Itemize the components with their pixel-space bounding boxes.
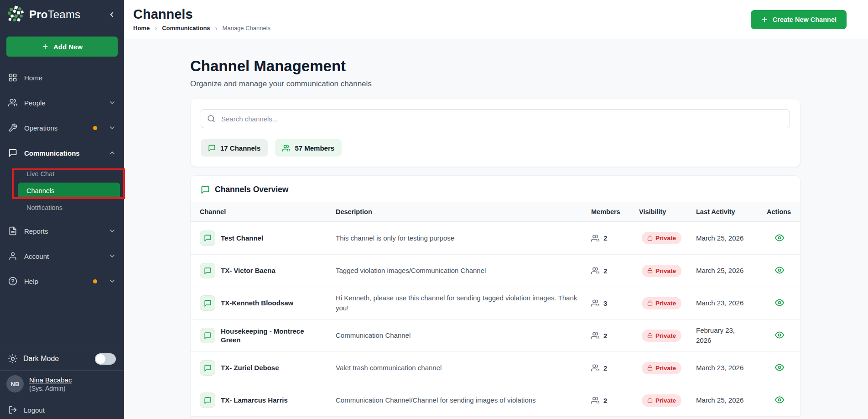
wrench-icon — [8, 123, 17, 132]
chat-bubble-icon — [8, 148, 17, 157]
view-channel-button[interactable] — [774, 297, 785, 308]
search-icon — [207, 115, 215, 123]
channel-name: Test Channel — [221, 234, 263, 243]
chevron-up-icon — [109, 149, 116, 157]
channel-icon — [200, 263, 215, 278]
content-area: Channel Management Organize and manage y… — [124, 39, 868, 417]
column-header-last-activity: Last Activity — [696, 208, 767, 215]
visibility-badge: Private — [642, 265, 681, 277]
sidebar-item-operations[interactable]: Operations — [0, 118, 124, 138]
search-card: 17 Channels 57 Members — [190, 99, 800, 167]
view-channel-button[interactable] — [774, 362, 785, 373]
last-activity: March 25, 2026 — [696, 233, 747, 243]
proteams-logo-icon — [7, 5, 26, 24]
channels-overview-card: Channels Overview Channel Description Me… — [190, 175, 800, 417]
member-count: 2 — [591, 267, 639, 275]
column-header-members: Members — [591, 208, 639, 215]
people-icon — [591, 396, 599, 404]
logo-wordmark[interactable]: ProTeams — [29, 8, 106, 21]
view-channel-button[interactable] — [774, 265, 785, 276]
people-icon — [282, 144, 290, 152]
notification-dot — [93, 126, 97, 130]
chevron-down-icon — [109, 227, 116, 235]
channel-name: TX- Victor Baena — [221, 266, 275, 275]
column-header-actions: Actions — [767, 208, 800, 215]
sidebar-item-channels[interactable]: Channels — [18, 183, 120, 199]
user-icon — [8, 251, 17, 261]
lock-icon — [647, 398, 653, 403]
last-activity: March 25, 2026 — [696, 266, 747, 276]
document-icon — [8, 226, 17, 236]
table-row: TX- Lamarcus Harris Communication Channe… — [191, 384, 800, 416]
table-header: Channel Description Members Visibility L… — [191, 202, 800, 222]
sidebar-item-help[interactable]: Help — [0, 271, 124, 291]
lock-icon — [647, 365, 653, 371]
chat-bubble-icon — [204, 397, 212, 404]
channel-name: TX-Kenneth Bloodsaw — [221, 299, 293, 308]
eye-icon — [775, 266, 784, 275]
sidebar-item-live-chat[interactable]: Live Chat — [18, 166, 120, 182]
logout-button[interactable]: Logout — [0, 401, 124, 419]
channels-table-body: Test Channel This channel is only for te… — [191, 222, 800, 416]
eye-icon — [775, 363, 784, 372]
dark-mode-toggle[interactable] — [95, 353, 116, 365]
breadcrumb-home[interactable]: Home — [133, 25, 150, 31]
chevron-down-icon — [109, 252, 116, 260]
breadcrumb-communications[interactable]: Communications — [162, 25, 210, 31]
plus-icon — [761, 16, 768, 23]
lock-icon — [647, 268, 653, 273]
breadcrumb-current: Manage Channels — [223, 25, 271, 31]
section-title: Channel Management — [190, 58, 800, 75]
chevron-right-icon: › — [155, 24, 157, 32]
search-input[interactable] — [201, 109, 790, 128]
chevron-down-icon — [109, 99, 116, 106]
eye-icon — [775, 298, 784, 307]
chat-bubble-icon — [201, 185, 210, 194]
avatar: NB — [6, 375, 24, 393]
last-activity: March 25, 2026 — [696, 395, 747, 405]
eye-icon — [775, 330, 784, 340]
view-channel-button[interactable] — [774, 330, 785, 340]
dark-mode-row: Dark Mode — [0, 347, 124, 370]
user-profile: NB Nina Bacabac (Sys. Admin) — [0, 371, 124, 397]
channel-icon — [200, 360, 215, 376]
sidebar-nav: Home People Operations Communications Li… — [0, 68, 124, 296]
chat-bubble-icon — [204, 267, 212, 275]
sidebar-item-people[interactable]: People — [0, 93, 124, 113]
member-count: 2 — [591, 396, 639, 404]
channel-name: Housekeeping - Montrece Green — [221, 327, 325, 345]
section-subtitle: Organize and manage your communication c… — [190, 79, 800, 89]
channel-name: TX- Zuriel Debose — [221, 363, 279, 372]
sidebar-item-account[interactable]: Account — [0, 246, 124, 266]
sidebar-item-notifications[interactable]: Notifications — [18, 200, 120, 215]
add-new-button[interactable]: Add New — [6, 37, 118, 57]
sidebar-item-home[interactable]: Home — [0, 68, 124, 88]
last-activity: March 23, 2026 — [696, 298, 747, 308]
member-count: 2 — [591, 364, 639, 372]
view-channel-button[interactable] — [774, 394, 785, 405]
help-circle-icon — [8, 277, 17, 286]
channel-description: This channel is only for testing purpose — [336, 233, 591, 243]
sidebar-item-communications[interactable]: Communications — [0, 143, 124, 163]
visibility-badge: Private — [642, 330, 681, 342]
overview-title: Channels Overview — [215, 185, 288, 194]
visibility-badge: Private — [642, 362, 681, 374]
eye-icon — [775, 233, 784, 242]
column-header-description: Description — [336, 208, 591, 215]
last-activity: March 23, 2026 — [696, 363, 747, 373]
table-row: TX-Kenneth Bloodsaw Hi Kenneth, please u… — [191, 287, 800, 319]
collapse-sidebar-button[interactable] — [106, 9, 118, 21]
view-channel-button[interactable] — [774, 232, 785, 243]
lock-icon — [647, 300, 653, 306]
visibility-badge: Private — [642, 394, 681, 407]
sidebar-item-reports[interactable]: Reports — [0, 221, 124, 241]
create-new-channel-button[interactable]: Create New Channel — [751, 10, 847, 29]
stats-row: 17 Channels 57 Members — [201, 139, 790, 157]
column-header-channel: Channel — [200, 208, 336, 215]
lock-icon — [647, 236, 653, 241]
channel-name: TX- Lamarcus Harris — [221, 396, 288, 405]
chat-bubble-icon — [204, 364, 212, 372]
user-name-link[interactable]: Nina Bacabac — [29, 376, 72, 384]
sun-icon — [8, 354, 17, 363]
table-row: TX- Victor Baena Tagged violation images… — [191, 254, 800, 287]
